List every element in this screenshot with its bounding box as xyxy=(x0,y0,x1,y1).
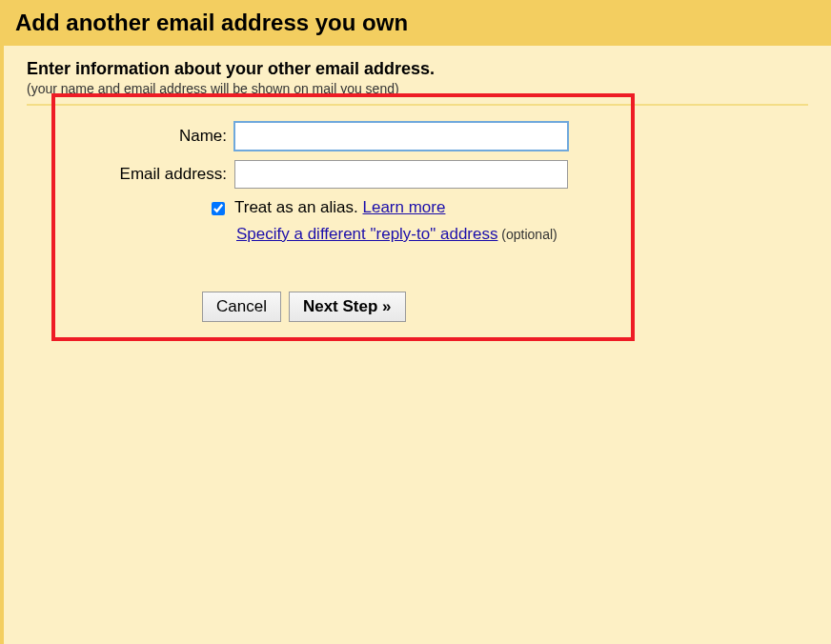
section-subtitle: Enter information about your other email… xyxy=(27,59,808,79)
cancel-button[interactable]: Cancel xyxy=(202,292,281,322)
alias-checkbox[interactable] xyxy=(212,202,225,215)
name-input[interactable] xyxy=(234,122,568,151)
reply-to-optional: (optional) xyxy=(497,227,557,242)
dialog-header: Add another email address you own xyxy=(4,0,831,46)
alias-text: Treat as an alias. xyxy=(234,198,363,216)
next-step-button[interactable]: Next Step » xyxy=(289,292,406,322)
name-label: Name: xyxy=(74,127,234,146)
reply-to-link[interactable]: Specify a different "reply-to" address xyxy=(236,225,497,243)
email-label: Email address: xyxy=(74,165,234,184)
learn-more-link[interactable]: Learn more xyxy=(363,198,446,216)
page-title: Add another email address you own xyxy=(15,10,820,36)
form-highlight-box: Name: Email address: Treat as an alias. … xyxy=(51,93,635,341)
email-input[interactable] xyxy=(234,160,568,189)
